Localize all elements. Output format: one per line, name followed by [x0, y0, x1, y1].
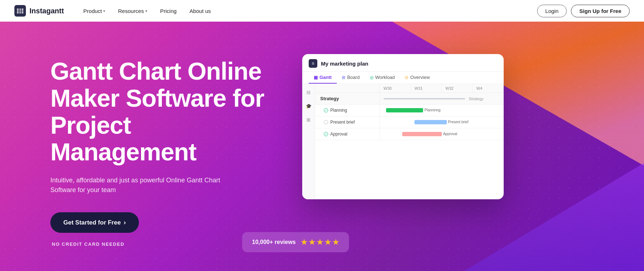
star-1: ★ [301, 238, 307, 246]
gantt-task-row-brief: Present brief Present brief [315, 116, 504, 128]
hero-subtitle: Intuitive, affordable and just as powerf… [50, 176, 223, 195]
gantt-week-w30: W30 [380, 84, 411, 93]
logo[interactable]: Instagantt [14, 5, 64, 17]
gantt-task-col-header [315, 84, 380, 93]
group-bar [384, 98, 465, 99]
overview-tab-icon: ⊙ [405, 75, 408, 80]
gantt-task-row-planning: Planning Planninng [315, 105, 504, 116]
star-rating: ★ ★ ★ ★ ★ [301, 238, 339, 246]
tab-workload[interactable]: ◎ Workload [365, 72, 400, 84]
nav-pricing[interactable]: Pricing [155, 5, 182, 17]
task-check-brief [324, 120, 328, 124]
hero-title: Gantt Chart Online Maker Software for Pr… [50, 58, 273, 165]
gantt-bar-approval [402, 132, 442, 136]
cta-wrap: Get Started for Free › [50, 212, 273, 239]
gantt-main: W30 W31 W32 W4 Strategy [315, 84, 504, 199]
login-button[interactable]: Login [537, 5, 567, 17]
app-tabs: ▦ Gantt ⊞ Board ◎ Workload ⊙ Overview [302, 72, 504, 84]
gantt-bar-planning [386, 108, 423, 112]
hero-section: Gantt Chart Online Maker Software for Pr… [0, 22, 644, 271]
gantt-week-w31: W31 [411, 84, 442, 93]
hero-right: ≡ My marketing plan ▦ Gantt ⊞ Board [302, 54, 615, 199]
bar-label-brief: Present brief [448, 120, 468, 124]
star-5: ★ [332, 238, 339, 246]
hero-content: Gantt Chart Online Maker Software for Pr… [0, 22, 644, 247]
tab-gantt[interactable]: ▦ Gantt [309, 72, 337, 84]
workload-tab-icon: ◎ [370, 75, 373, 80]
star-4: ★ [325, 238, 331, 246]
cta-button[interactable]: Get Started for Free › [50, 212, 139, 233]
gantt-bar-brief [414, 120, 446, 124]
gantt-week-w4: W4 [473, 84, 504, 93]
logo-text: Instagantt [30, 7, 64, 15]
gantt-weeks: W30 W31 W32 W4 [380, 84, 504, 93]
task-name-brief: Present brief [315, 116, 380, 128]
gantt-group-bar-area: Strategy [380, 93, 504, 104]
gantt-week-w32: W32 [442, 84, 473, 93]
star-3: ★ [317, 238, 323, 246]
app-window-title: My marketing plan [321, 61, 368, 67]
bar-label-planning: Planninng [425, 108, 440, 112]
board-tab-icon: ⊞ [342, 75, 345, 80]
gantt-grid: W30 W31 W32 W4 Strategy [315, 84, 504, 140]
nav-about[interactable]: About us [185, 5, 216, 17]
chevron-down-icon: ▾ [103, 9, 105, 13]
app-body: ⊟ 🎓 ⊞ W30 W31 [302, 84, 504, 199]
no-credit-label: NO CREDIT CARD NEEDED [52, 241, 273, 247]
bar-label-approval: Approval [443, 132, 457, 136]
gantt-bar-area-brief: Present brief [380, 116, 504, 128]
chevron-down-icon: ▾ [145, 9, 147, 13]
app-window: ≡ My marketing plan ▦ Gantt ⊞ Board [302, 54, 504, 199]
task-check-planning [324, 108, 328, 112]
gantt-bar-area-planning: Planninng [380, 105, 504, 116]
gantt-group-label: Strategy [315, 93, 380, 104]
app-logo-icon: ≡ [309, 59, 317, 68]
group-label-right: Strategy [469, 97, 484, 101]
sidebar-icon-2[interactable]: 🎓 [305, 102, 313, 110]
gantt-bar-area-approval: Approval [380, 128, 504, 140]
nav-actions: Login Sign Up for Free [537, 5, 630, 17]
nav-links: Product ▾ Resources ▾ Pricing About us [78, 5, 216, 17]
gantt-group-row: Strategy Strategy [315, 93, 504, 105]
nav-resources[interactable]: Resources ▾ [113, 5, 152, 17]
star-2: ★ [309, 238, 315, 246]
app-sidebar: ⊟ 🎓 ⊞ [302, 84, 315, 199]
tab-overview[interactable]: ⊙ Overview [400, 72, 435, 84]
task-name-planning: Planning [315, 105, 380, 116]
task-name-approval: Approval [315, 128, 380, 140]
arrow-icon: › [124, 219, 126, 226]
sidebar-icon-3[interactable]: ⊞ [305, 116, 313, 124]
task-check-approval [324, 132, 328, 136]
sidebar-icon-1[interactable]: ⊟ [305, 88, 313, 96]
hero-left: Gantt Chart Online Maker Software for Pr… [50, 50, 273, 247]
gantt-header: W30 W31 W32 W4 [315, 84, 504, 93]
reviews-badge: 10,000+ reviews ★ ★ ★ ★ ★ [242, 232, 349, 252]
tab-board[interactable]: ⊞ Board [337, 72, 365, 84]
gantt-task-row-approval: Approval Approval [315, 128, 504, 140]
reviews-count: 10,000+ reviews [252, 239, 296, 245]
gantt-tab-icon: ▦ [314, 75, 318, 80]
nav-product[interactable]: Product ▾ [78, 5, 110, 17]
navbar: Instagantt Product ▾ Resources ▾ Pricing… [0, 0, 644, 22]
logo-icon [14, 5, 26, 17]
signup-button[interactable]: Sign Up for Free [571, 5, 630, 17]
app-header: ≡ My marketing plan [302, 54, 504, 72]
